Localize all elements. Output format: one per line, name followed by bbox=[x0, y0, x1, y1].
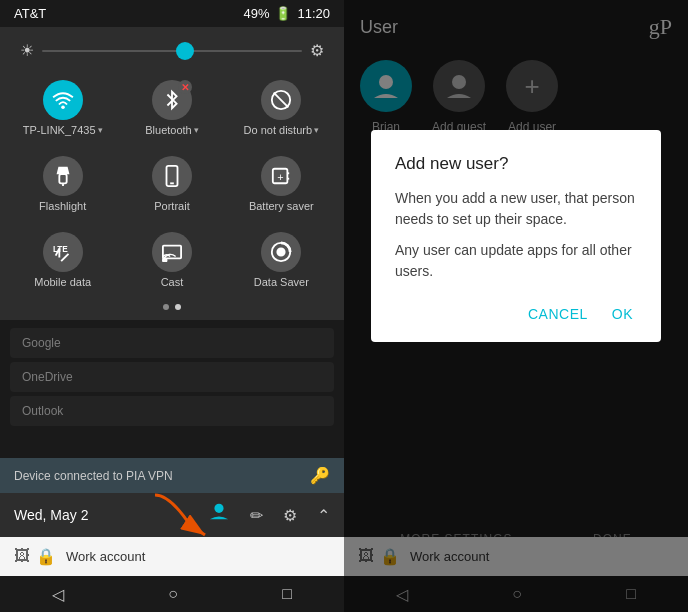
svg-point-13 bbox=[163, 258, 167, 262]
svg-line-2 bbox=[274, 93, 289, 108]
cast-label: Cast bbox=[161, 276, 184, 288]
svg-rect-3 bbox=[59, 174, 66, 183]
nav-bar-left: ◁ ○ □ bbox=[0, 576, 344, 612]
qs-row-2: Flashlight Portrait + bbox=[0, 146, 344, 222]
status-right: 49% 🔋 11:20 bbox=[243, 6, 330, 21]
notification-area: Google OneDrive Outlook bbox=[0, 320, 344, 458]
vpn-bar: Device connected to PIA VPN 🔑 bbox=[0, 458, 344, 493]
work-account-label-left: Work account bbox=[66, 549, 145, 564]
page-dots bbox=[0, 298, 344, 312]
carrier-label: AT&T bbox=[14, 6, 46, 21]
dialog-body-2: Any user can update apps for all other u… bbox=[395, 240, 637, 282]
portrait-label: Portrait bbox=[154, 200, 189, 212]
settings-icon[interactable]: ⚙ bbox=[283, 506, 297, 525]
dialog-cancel-button[interactable]: CANCEL bbox=[524, 302, 592, 326]
portrait-icon bbox=[152, 156, 192, 196]
qs-row-1: TP-LINK_7435 ▾ ✕ Bluetooth ▾ bbox=[0, 70, 344, 146]
left-panel: AT&T 49% 🔋 11:20 ☀ ⚙ bbox=[0, 0, 344, 612]
recents-button[interactable]: □ bbox=[282, 585, 292, 603]
qs-tile-bluetooth[interactable]: ✕ Bluetooth ▾ bbox=[124, 74, 219, 142]
qs-tile-cast[interactable]: Cast bbox=[124, 226, 219, 294]
flashlight-label: Flashlight bbox=[39, 200, 86, 212]
qs-tile-flashlight[interactable]: Flashlight bbox=[15, 150, 110, 218]
brightness-slider[interactable] bbox=[42, 50, 302, 52]
qs-tile-dnd[interactable]: Do not disturb ▾ bbox=[234, 74, 329, 142]
time-label: 11:20 bbox=[297, 6, 330, 21]
qs-tile-data-saver[interactable]: Data Saver bbox=[234, 226, 329, 294]
wifi-icon bbox=[43, 80, 83, 120]
bt-dropdown-arrow: ▾ bbox=[194, 125, 199, 135]
dialog-overlay: Add new user? When you add a new user, t… bbox=[344, 0, 688, 612]
right-panel: User gP Brian Add guest + bbox=[344, 0, 688, 612]
battery-label: 49% bbox=[243, 6, 269, 21]
dialog-actions: CANCEL OK bbox=[395, 302, 637, 326]
vpn-text: Device connected to PIA VPN bbox=[14, 469, 173, 483]
status-bar: AT&T 49% 🔋 11:20 bbox=[0, 0, 344, 27]
dialog-title: Add new user? bbox=[395, 154, 637, 174]
notif-item-2[interactable]: OneDrive bbox=[10, 362, 334, 392]
battery-icon: 🔋 bbox=[275, 6, 291, 21]
mobile-data-label: Mobile data bbox=[34, 276, 91, 288]
svg-point-0 bbox=[61, 105, 65, 109]
svg-point-15 bbox=[278, 248, 285, 255]
data-saver-icon bbox=[261, 232, 301, 272]
dnd-icon bbox=[261, 80, 301, 120]
brightness-row[interactable]: ☀ ⚙ bbox=[0, 37, 344, 70]
qs-tile-mobile-data[interactable]: LTE Mobile data bbox=[15, 226, 110, 294]
brightness-settings-icon: ⚙ bbox=[310, 41, 324, 60]
notif-item-1[interactable]: Google bbox=[10, 328, 334, 358]
notif-item-3[interactable]: Outlook bbox=[10, 396, 334, 426]
dialog-ok-button[interactable]: OK bbox=[608, 302, 637, 326]
lock-icon: 🔒 bbox=[36, 547, 56, 566]
dialog-body-1: When you add a new user, that person nee… bbox=[395, 188, 637, 230]
quick-settings-panel: ☀ ⚙ TP-LINK_7435 ▾ bbox=[0, 27, 344, 320]
battery-saver-icon: + bbox=[261, 156, 301, 196]
svg-text:LTE: LTE bbox=[53, 245, 68, 254]
bluetooth-icon: ✕ bbox=[152, 80, 192, 120]
battery-saver-label: Battery saver bbox=[249, 200, 314, 212]
dnd-dropdown-arrow: ▾ bbox=[314, 125, 319, 135]
wifi-label: TP-LINK_7435 ▾ bbox=[23, 124, 103, 136]
cast-icon bbox=[152, 232, 192, 272]
home-button[interactable]: ○ bbox=[168, 585, 178, 603]
image-icon: 🖼 bbox=[14, 547, 30, 566]
qs-row-3: LTE Mobile data Cast bbox=[0, 222, 344, 298]
flashlight-icon bbox=[43, 156, 83, 196]
wifi-dropdown-arrow: ▾ bbox=[98, 125, 103, 135]
brightness-thumb[interactable] bbox=[176, 42, 194, 60]
back-button[interactable]: ◁ bbox=[52, 585, 64, 604]
edit-icon[interactable]: ✏ bbox=[250, 506, 263, 525]
add-user-dialog: Add new user? When you add a new user, t… bbox=[371, 130, 661, 342]
svg-text:+: + bbox=[278, 171, 284, 183]
qs-tile-portrait[interactable]: Portrait bbox=[124, 150, 219, 218]
data-saver-label: Data Saver bbox=[254, 276, 309, 288]
date-label: Wed, May 2 bbox=[14, 507, 88, 523]
vpn-key-icon: 🔑 bbox=[310, 466, 330, 485]
chevron-up-icon[interactable]: ⌃ bbox=[317, 506, 330, 525]
bluetooth-label: Bluetooth ▾ bbox=[145, 124, 198, 136]
mobile-data-icon: LTE bbox=[43, 232, 83, 272]
brightness-icon: ☀ bbox=[20, 41, 34, 60]
arrow-indicator bbox=[150, 490, 230, 544]
work-icons: 🖼 🔒 bbox=[14, 547, 56, 566]
qs-tile-battery-saver[interactable]: + Battery saver bbox=[234, 150, 329, 218]
dnd-label: Do not disturb ▾ bbox=[244, 124, 319, 136]
qs-tile-wifi[interactable]: TP-LINK_7435 ▾ bbox=[15, 74, 110, 142]
